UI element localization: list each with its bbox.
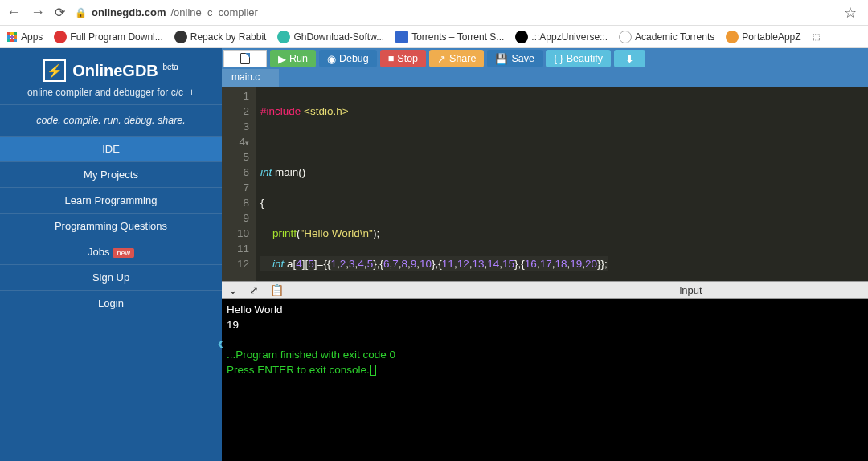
tab-main-c[interactable]: main.c (222, 69, 279, 87)
bookmark-item[interactable]: Academic Torrents (619, 31, 714, 43)
sidebar-item-projects[interactable]: My Projects (0, 161, 222, 187)
run-button[interactable]: ▶Run (270, 50, 316, 67)
tagline: online compiler and debugger for c/c++ (8, 87, 214, 98)
target-icon: ◉ (327, 53, 336, 65)
beautify-button[interactable]: { }Beautify (546, 50, 611, 67)
save-button[interactable]: 💾Save (487, 50, 542, 67)
download-icon: ⬇ (625, 53, 634, 65)
code-editor[interactable]: 1234▾56789101112 #include <stdio.h> int … (222, 87, 868, 281)
bookmark-item[interactable]: PortableAppZ (726, 31, 800, 43)
terminal-cursor (370, 365, 376, 376)
sidebar-item-signup[interactable]: Sign Up (0, 264, 222, 290)
apps-button[interactable]: Apps (6, 31, 43, 43)
debug-button[interactable]: ◉Debug (319, 50, 377, 67)
logo-area: ⚡ OnlineGDB beta online compiler and deb… (0, 48, 222, 104)
motto: code. compile. run. debug. share. (0, 104, 222, 136)
back-icon[interactable]: ← (6, 4, 21, 21)
braces-icon: { } (554, 53, 563, 64)
favicon-icon (515, 31, 528, 43)
bookmark-item[interactable]: ⬚ (813, 32, 820, 41)
copy-icon[interactable]: 📋 (270, 284, 284, 296)
refresh-icon[interactable]: ⟳ (55, 5, 65, 20)
star-icon[interactable]: ☆ (844, 4, 857, 22)
sidebar-item-login[interactable]: Login (0, 290, 222, 316)
toolbar: ▶Run ◉Debug ■Stop ↗Share 💾Save { }Beauti… (222, 48, 868, 69)
forward-icon[interactable]: → (31, 4, 45, 21)
editor-area: ▶Run ◉Debug ■Stop ↗Share 💾Save { }Beauti… (222, 48, 868, 461)
apps-icon (6, 31, 18, 43)
favicon-icon: ⬚ (813, 32, 820, 41)
sidebar-item-learn[interactable]: Learn Programming (0, 187, 222, 213)
lock-icon: 🔒 (75, 7, 87, 18)
sidebar-item-jobs[interactable]: Jobsnew (0, 239, 222, 264)
sidebar-collapse-icon[interactable]: ‹ (218, 333, 223, 354)
share-icon: ↗ (437, 53, 446, 65)
stop-icon: ■ (388, 53, 395, 64)
favicon-icon (277, 31, 290, 43)
sidebar: ⚡ OnlineGDB beta online compiler and deb… (0, 48, 222, 461)
stop-button[interactable]: ■Stop (380, 50, 426, 67)
terminal-label: input (454, 284, 702, 296)
favicon-icon (726, 31, 739, 43)
logo-icon: ⚡ (43, 59, 66, 82)
bookmark-item[interactable]: Torrents – Torrent S... (395, 31, 504, 43)
expand-icon[interactable]: ⤢ (249, 284, 259, 296)
terminal-bar: ⌄ ⤢ 📋 input (222, 281, 868, 299)
bookmark-item[interactable]: Full Program Downl... (54, 31, 162, 43)
favicon-icon (619, 31, 632, 43)
bookmark-item[interactable]: .::AppzUniverse::. (515, 31, 608, 43)
chevron-down-icon[interactable]: ⌄ (228, 284, 238, 296)
bookmarks-bar: Apps Full Program Downl... Repack by Rab… (0, 26, 868, 48)
browser-nav-bar: ← → ⟳ 🔒 onlinegdb.com/online_c_compiler … (0, 0, 868, 26)
tabs-row: main.c (222, 69, 868, 87)
share-button[interactable]: ↗Share (429, 50, 484, 67)
logo-title: OnlineGDB beta (72, 62, 178, 80)
url-bar[interactable]: 🔒 onlinegdb.com/online_c_compiler (75, 6, 834, 18)
favicon-icon (54, 31, 67, 43)
line-gutter: 1234▾56789101112 (222, 87, 256, 281)
favicon-icon (395, 31, 408, 43)
bookmark-item[interactable]: Repack by Rabbit (174, 31, 267, 43)
url-path: /online_c_compiler (170, 6, 257, 18)
terminal-output[interactable]: Hello World 19 ...Program finished with … (222, 299, 868, 461)
download-button[interactable]: ⬇ (614, 50, 645, 67)
new-badge: new (113, 248, 134, 258)
save-icon: 💾 (495, 53, 508, 65)
new-file-button[interactable] (223, 50, 267, 67)
sidebar-item-questions[interactable]: Programming Questions (0, 213, 222, 239)
play-icon: ▶ (278, 53, 286, 65)
code-content[interactable]: #include <stdio.h> int main() { printf("… (256, 87, 612, 281)
sidebar-item-ide[interactable]: IDE (0, 136, 222, 161)
bookmark-item[interactable]: GhDownload-Softw... (277, 31, 384, 43)
favicon-icon (174, 31, 187, 43)
url-domain: onlinegdb.com (92, 6, 166, 18)
file-icon (240, 53, 250, 64)
